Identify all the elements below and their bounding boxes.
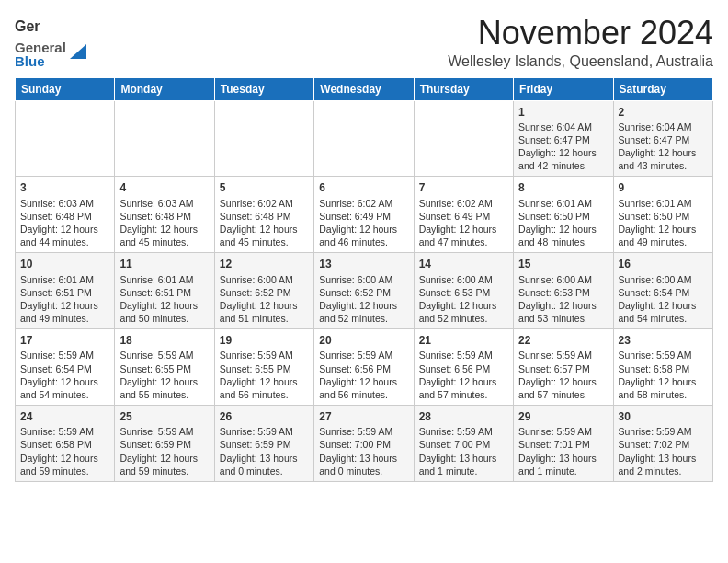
cell-text-line: Sunrise: 6:01 AM (119, 273, 209, 286)
cell-text-line: and 0 minutes. (220, 465, 309, 477)
cell-text-line: and 51 minutes. (220, 312, 309, 325)
cell-text-line: Sunrise: 5:59 AM (619, 349, 708, 362)
cell-text-line: Sunset: 6:59 PM (220, 438, 309, 451)
cell-text-line: and 58 minutes. (619, 388, 708, 401)
cell-text-line: Sunset: 6:50 PM (518, 210, 608, 223)
cell-text-line: Sunset: 6:58 PM (20, 438, 109, 451)
calendar-header-row: SundayMondayTuesdayWednesdayThursdayFrid… (16, 77, 713, 100)
cell-text-line: Sunset: 6:51 PM (119, 286, 209, 299)
cell-text-line: Sunrise: 6:03 AM (20, 197, 109, 210)
day-number: 15 (518, 257, 608, 271)
column-header-thursday: Thursday (414, 77, 513, 100)
cell-text-line: Sunrise: 5:59 AM (220, 425, 309, 438)
cell-text-line: Daylight: 12 hours (518, 146, 608, 159)
cell-text-line: Sunrise: 5:59 AM (220, 349, 309, 362)
cell-text-line: and 59 minutes. (119, 465, 209, 477)
cell-text-line: Daylight: 12 hours (220, 375, 309, 388)
calendar-cell: 30Sunrise: 5:59 AMSunset: 7:02 PMDayligh… (613, 406, 712, 482)
calendar-week-5: 24Sunrise: 5:59 AMSunset: 6:58 PMDayligh… (16, 406, 713, 482)
day-number: 25 (119, 409, 209, 424)
calendar-cell: 5Sunrise: 6:02 AMSunset: 6:48 PMDaylight… (214, 177, 313, 253)
cell-text-line: Daylight: 12 hours (619, 223, 708, 236)
calendar-cell: 29Sunrise: 5:59 AMSunset: 7:01 PMDayligh… (514, 406, 613, 482)
day-number: 4 (119, 180, 209, 195)
calendar-cell: 4Sunrise: 6:03 AMSunset: 6:48 PMDaylight… (115, 177, 214, 253)
cell-text-line: Sunset: 6:47 PM (619, 133, 708, 146)
location-subtitle: Wellesley Islands, Queensland, Australia (448, 53, 713, 70)
day-number: 11 (119, 257, 209, 271)
cell-text-line: Sunrise: 6:00 AM (518, 273, 608, 286)
calendar-cell: 23Sunrise: 5:59 AMSunset: 6:58 PMDayligh… (613, 329, 712, 406)
cell-text-line: Daylight: 12 hours (319, 223, 408, 236)
cell-text-line: Daylight: 12 hours (619, 146, 708, 159)
cell-text-line: Sunrise: 5:59 AM (119, 425, 209, 438)
logo: General General Blue (15, 15, 88, 68)
calendar-cell: 9Sunrise: 6:01 AMSunset: 6:50 PMDaylight… (613, 177, 712, 253)
cell-text-line: and 45 minutes. (220, 236, 309, 248)
cell-text-line: Daylight: 13 hours (619, 452, 708, 465)
cell-text-line: Daylight: 12 hours (619, 375, 708, 388)
cell-text-line: and 56 minutes. (220, 388, 309, 401)
cell-text-line: and 1 minute. (419, 465, 508, 477)
cell-text-line: Sunset: 6:58 PM (619, 362, 708, 375)
calendar-cell (414, 100, 513, 177)
cell-text-line: Sunset: 6:59 PM (119, 438, 209, 451)
cell-text-line: Sunrise: 5:59 AM (518, 425, 608, 438)
calendar-cell: 14Sunrise: 6:00 AMSunset: 6:53 PMDayligh… (414, 253, 513, 329)
day-number: 27 (319, 409, 408, 424)
cell-text-line: Daylight: 12 hours (419, 375, 508, 388)
calendar-cell: 13Sunrise: 6:00 AMSunset: 6:52 PMDayligh… (314, 253, 414, 329)
page-header: General General Blue November 2024 Welle… (15, 15, 713, 70)
cell-text-line: Daylight: 12 hours (20, 223, 109, 236)
cell-text-line: and 57 minutes. (518, 388, 608, 401)
day-number: 20 (319, 333, 408, 348)
cell-text-line: Sunset: 6:57 PM (518, 362, 608, 375)
day-number: 29 (518, 409, 608, 424)
cell-text-line: and 0 minutes. (319, 465, 408, 477)
cell-text-line: Sunrise: 6:04 AM (518, 121, 608, 133)
calendar-cell: 7Sunrise: 6:02 AMSunset: 6:49 PMDaylight… (414, 177, 513, 253)
cell-text-line: Daylight: 12 hours (20, 452, 109, 465)
cell-text-line: Sunset: 6:49 PM (419, 210, 508, 223)
calendar-week-3: 10Sunrise: 6:01 AMSunset: 6:51 PMDayligh… (16, 253, 713, 329)
calendar-cell: 22Sunrise: 5:59 AMSunset: 6:57 PMDayligh… (514, 329, 613, 406)
day-number: 13 (319, 257, 408, 271)
cell-text-line: Sunrise: 6:02 AM (319, 197, 408, 210)
cell-text-line: Daylight: 12 hours (119, 223, 209, 236)
day-number: 14 (419, 257, 508, 271)
cell-text-line: Daylight: 12 hours (220, 299, 309, 312)
cell-text-line: and 49 minutes. (619, 236, 708, 248)
day-number: 28 (419, 409, 508, 424)
cell-text-line: Sunrise: 5:59 AM (20, 349, 109, 362)
cell-text-line: Sunrise: 6:01 AM (20, 273, 109, 286)
cell-text-line: Sunrise: 6:04 AM (619, 121, 708, 133)
cell-text-line: and 2 minutes. (619, 465, 708, 477)
cell-text-line: Daylight: 13 hours (518, 452, 608, 465)
cell-text-line: Sunrise: 6:00 AM (619, 273, 708, 286)
cell-text-line: Sunset: 7:02 PM (619, 438, 708, 451)
cell-text-line: and 55 minutes. (119, 388, 209, 401)
calendar-cell: 28Sunrise: 5:59 AMSunset: 7:00 PMDayligh… (414, 406, 513, 482)
column-header-wednesday: Wednesday (314, 77, 414, 100)
svg-marker-2 (70, 44, 86, 59)
cell-text-line: Daylight: 13 hours (220, 452, 309, 465)
calendar-week-1: 1Sunrise: 6:04 AMSunset: 6:47 PMDaylight… (16, 100, 713, 177)
cell-text-line: and 52 minutes. (419, 312, 508, 325)
day-number: 6 (319, 180, 408, 195)
logo-general-text: General (15, 40, 66, 54)
cell-text-line: Sunrise: 5:59 AM (20, 425, 109, 438)
day-number: 19 (220, 333, 309, 348)
cell-text-line: and 42 minutes. (518, 159, 608, 172)
logo-blue-text: Blue (15, 54, 66, 68)
cell-text-line: Sunrise: 6:03 AM (119, 197, 209, 210)
calendar-cell: 11Sunrise: 6:01 AMSunset: 6:51 PMDayligh… (115, 253, 214, 329)
cell-text-line: Sunset: 6:55 PM (220, 362, 309, 375)
cell-text-line: Sunrise: 6:02 AM (220, 197, 309, 210)
column-header-saturday: Saturday (613, 77, 712, 100)
cell-text-line: Sunrise: 6:01 AM (518, 197, 608, 210)
calendar-cell (16, 100, 115, 177)
day-number: 24 (20, 409, 109, 424)
cell-text-line: Sunrise: 5:59 AM (319, 349, 408, 362)
cell-text-line: Sunset: 6:52 PM (319, 286, 408, 299)
calendar-cell: 17Sunrise: 5:59 AMSunset: 6:54 PMDayligh… (16, 329, 115, 406)
